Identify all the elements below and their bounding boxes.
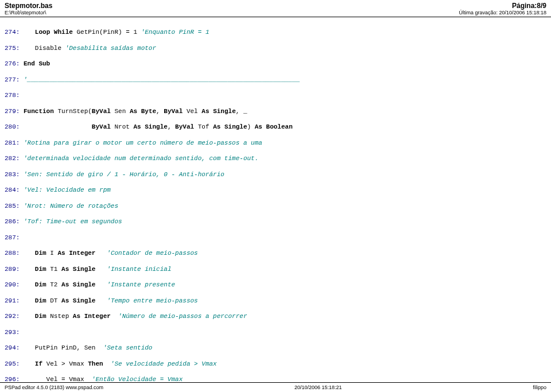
line-number: 277: bbox=[5, 76, 24, 83]
line-number: 282: bbox=[5, 155, 24, 162]
comment: 'determinada velocidade num determinado … bbox=[24, 155, 258, 162]
line-number: 284: bbox=[5, 187, 24, 193]
line-number: 279: bbox=[5, 108, 24, 115]
file-title: Stepmotor.bas bbox=[5, 2, 52, 10]
header-right: Página:8/9 Última gravação: 20/10/2006 1… bbox=[459, 2, 546, 15]
code-line: 284: 'Vel: Velocidade em rpm bbox=[5, 187, 546, 195]
line-number: 293: bbox=[5, 329, 24, 336]
code-line: 285: 'Nrot: Número de rotações bbox=[5, 203, 546, 211]
code-text: I bbox=[46, 250, 58, 257]
line-number: 292: bbox=[5, 313, 24, 320]
code-text bbox=[24, 281, 35, 288]
line-number: 275: bbox=[5, 45, 24, 52]
code-text bbox=[24, 266, 35, 273]
comment: 'Enquanto PinR = 1 bbox=[141, 29, 209, 36]
keyword: ByVal bbox=[164, 108, 183, 115]
line-number: 294: bbox=[5, 344, 24, 351]
code-text: ) bbox=[247, 123, 255, 130]
code-line: 274: Loop While GetPin(PinR) = 1 'Enquan… bbox=[5, 29, 546, 37]
comment: '_______________________________________… bbox=[24, 76, 300, 83]
comment: 'Seta sentido bbox=[103, 344, 153, 351]
code-line: 275: Disable 'Desabilita saídas motor bbox=[5, 45, 546, 53]
code-line: 283: 'Sen: Sentido de giro / 1 - Horário… bbox=[5, 171, 546, 179]
line-number: 291: bbox=[5, 297, 24, 304]
line-number: 288: bbox=[5, 250, 24, 257]
comment: 'Vel: Velocidade em rpm bbox=[24, 187, 111, 193]
line-number: 289: bbox=[5, 266, 24, 273]
code-line: 276: End Sub bbox=[5, 60, 546, 68]
code-line: 293: bbox=[5, 329, 546, 337]
code-text bbox=[24, 123, 92, 130]
code-line: 290: Dim T2 As Single 'Instante presente bbox=[5, 281, 546, 289]
code-text: Nstep bbox=[46, 313, 73, 320]
code-text: PutPin PinD, Sen bbox=[24, 344, 103, 351]
code-text: Tof bbox=[194, 123, 213, 130]
line-number: 286: bbox=[5, 218, 24, 225]
code-text: Disable bbox=[24, 45, 65, 52]
line-number: 278: bbox=[5, 92, 24, 99]
keyword: As Integer bbox=[73, 313, 111, 320]
code-text bbox=[24, 250, 35, 257]
code-text: Vel > Vmax bbox=[42, 360, 88, 367]
comment: 'Tof: Time-out em segundos bbox=[24, 218, 122, 225]
code-line: 282: 'determinada velocidade num determi… bbox=[5, 155, 546, 163]
keyword: As Single bbox=[213, 123, 247, 130]
keyword: ByVal bbox=[92, 108, 111, 115]
keyword: ByVal bbox=[92, 123, 111, 130]
comment: 'Instante presente bbox=[107, 281, 175, 288]
code-text: , bbox=[156, 108, 164, 115]
code-text: T1 bbox=[46, 266, 61, 273]
code-line: 279: Function TurnStep(ByVal Sen As Byte… bbox=[5, 108, 546, 116]
keyword: Dim bbox=[35, 313, 46, 320]
keyword: As Single bbox=[61, 281, 95, 288]
code-text: , _ bbox=[236, 108, 247, 115]
keyword: As Single bbox=[61, 297, 95, 304]
code-line: 295: If Vel > Vmax Then 'Se velocidade p… bbox=[5, 360, 546, 368]
code-line: 286: 'Tof: Time-out em segundos bbox=[5, 218, 546, 226]
code-text bbox=[95, 266, 107, 273]
keyword: If bbox=[35, 360, 42, 367]
keyword: Loop While bbox=[35, 29, 73, 36]
code-text bbox=[24, 297, 35, 304]
line-number: 295: bbox=[5, 360, 24, 367]
code-line: 278: bbox=[5, 92, 546, 100]
code-text bbox=[95, 281, 107, 288]
line-number: 280: bbox=[5, 123, 24, 130]
code-text: DT bbox=[46, 297, 61, 304]
keyword: Dim bbox=[35, 297, 46, 304]
header-left: Stepmotor.bas E:\Rob\stepmotor\ bbox=[5, 2, 52, 15]
line-number: 290: bbox=[5, 281, 24, 288]
code-line: 277: '__________________________________… bbox=[5, 76, 546, 84]
page-header: Stepmotor.bas E:\Rob\stepmotor\ Página:8… bbox=[0, 0, 551, 17]
keyword: Then bbox=[88, 360, 103, 367]
comment: 'Nrot: Número de rotações bbox=[24, 203, 118, 209]
code-line: 294: PutPin PinD, Sen 'Seta sentido bbox=[5, 344, 546, 352]
comment: 'Tempo entre meio-passos bbox=[107, 297, 197, 304]
code-line: 280: ByVal Nrot As Single, ByVal Tof As … bbox=[5, 123, 546, 131]
keyword: As Integer bbox=[57, 250, 95, 257]
code-text: TurnStep( bbox=[54, 108, 92, 115]
keyword: As Byte bbox=[130, 108, 156, 115]
keyword: Dim bbox=[35, 281, 46, 288]
code-text bbox=[95, 250, 107, 257]
file-path: E:\Rob\stepmotor\ bbox=[5, 10, 52, 15]
code-text bbox=[95, 297, 107, 304]
code-text bbox=[103, 360, 111, 367]
code-text: Vel bbox=[183, 108, 201, 115]
keyword: Function bbox=[24, 108, 54, 115]
footer-right: filippo bbox=[533, 385, 546, 390]
keyword: ByVal bbox=[175, 123, 194, 130]
footer-center: 20/10/2006 15:18:21 bbox=[294, 385, 342, 390]
line-number: 287: bbox=[5, 234, 24, 241]
line-number: 281: bbox=[5, 139, 24, 146]
keyword: As Boolean bbox=[255, 123, 293, 130]
comment: 'Rotina para girar o motor um certo núme… bbox=[24, 139, 262, 146]
code-text: , bbox=[168, 123, 175, 130]
code-line: 287: bbox=[5, 234, 546, 242]
code-area: 274: Loop While GetPin(PinR) = 1 'Enquan… bbox=[0, 17, 551, 392]
footer-left: PSPad editor 4.5.0 (2183) www.pspad.com bbox=[5, 385, 103, 390]
code-text: GetPin(PinR) = 1 bbox=[73, 29, 141, 36]
code-text bbox=[24, 29, 35, 36]
code-text bbox=[24, 360, 35, 367]
keyword: As Single bbox=[201, 108, 235, 115]
